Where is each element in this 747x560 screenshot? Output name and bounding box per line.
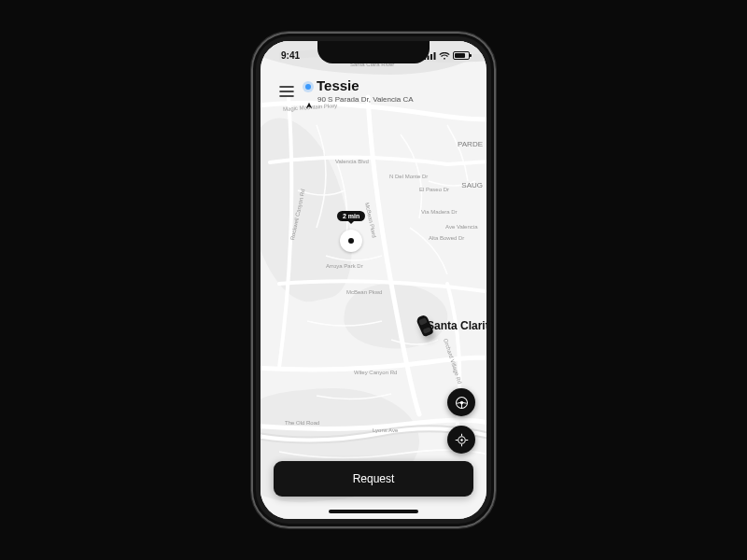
map-label-lyons: Lyons Ave	[373, 427, 398, 433]
map-label-madera: Via Madera Dr	[421, 209, 458, 215]
nav-arrow-icon	[305, 96, 313, 104]
map-label-oldroad: The Old Road	[285, 420, 319, 426]
map-label-ave-val: Ave Valencia	[445, 224, 477, 230]
map-label-mcbean2: McBean Pkwd	[346, 289, 382, 295]
status-time: 9:41	[281, 50, 300, 61]
destination-block[interactable]: Tessie 90 S Parada Dr, Valencia CA	[305, 78, 414, 104]
map-label-delmonte: N Del Monte Dr	[389, 174, 428, 179]
steering-button[interactable]	[447, 388, 475, 416]
svg-rect-2	[430, 54, 432, 60]
wifi-icon	[439, 51, 450, 59]
phone-frame: 9:41	[251, 32, 496, 528]
svg-rect-3	[434, 52, 436, 60]
destination-header: Tessie 90 S Parada Dr, Valencia CA	[270, 73, 477, 110]
locate-me-button[interactable]	[447, 426, 475, 454]
status-right	[424, 51, 470, 60]
map-label-parde: PARDE	[458, 140, 483, 148]
home-indicator[interactable]	[329, 510, 418, 513]
screen: 9:41	[261, 41, 486, 519]
current-location-dot-icon	[305, 84, 311, 90]
map-label-valencia: Valencia Blvd	[335, 159, 369, 164]
map-label-elpaseo: El Paseo Dr	[419, 187, 449, 192]
destination-name: Tessie	[317, 78, 359, 94]
map-label-saug: SAUG	[461, 181, 483, 189]
svg-rect-1	[428, 56, 430, 61]
request-button-label: Request	[353, 472, 395, 485]
map-label-city: Santa Clarita	[427, 319, 486, 332]
eta-bubble: 2 min	[337, 211, 365, 221]
map-label-arroyo: Arroya Park Dr	[326, 263, 363, 269]
request-button[interactable]: Request	[274, 461, 473, 497]
pickup-pin[interactable]: 2 min	[337, 205, 365, 252]
svg-point-11	[460, 439, 462, 441]
destination-address: 90 S Parada Dr, Valencia CA	[317, 96, 414, 105]
notch	[317, 41, 430, 63]
map-label-wiley: Wiley Canyon Rd	[354, 370, 397, 375]
menu-button[interactable]	[277, 82, 296, 101]
map-label-bowed: Alta Bowed Dr	[429, 235, 464, 241]
pickup-circle	[340, 230, 362, 252]
fab-column	[447, 388, 475, 454]
battery-icon	[453, 51, 470, 60]
